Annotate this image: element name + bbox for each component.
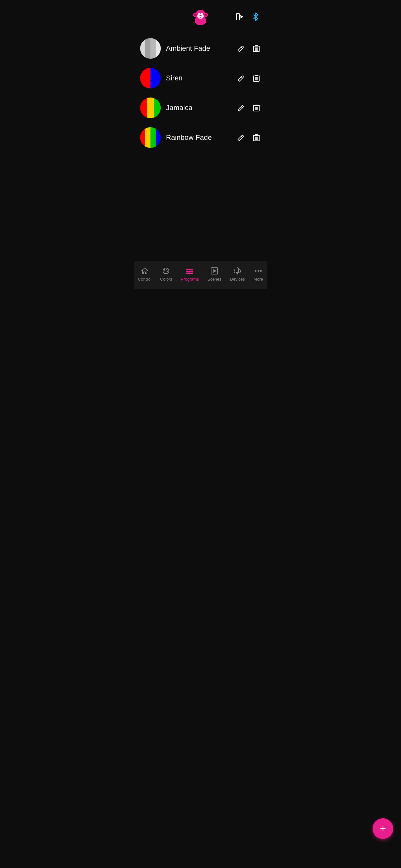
more-icon [254, 267, 263, 275]
svg-point-35 [164, 269, 165, 271]
login-button[interactable] [234, 11, 245, 23]
delete-icon [253, 45, 259, 52]
svg-rect-39 [186, 271, 193, 272]
nav-item-more[interactable]: More [251, 265, 266, 283]
palette-icon [161, 267, 171, 275]
rainbow-fade-edit-button[interactable] [236, 133, 245, 143]
siren-label: Siren [166, 74, 230, 82]
list-item: Jamaica [134, 93, 267, 123]
nav-label-colors: Colors [160, 277, 173, 282]
svg-point-48 [260, 270, 261, 272]
siren-color-circle [140, 68, 161, 89]
header-icons [234, 11, 261, 23]
ambient-fade-actions [236, 43, 261, 53]
list-item: Ambient Fade [134, 34, 267, 63]
bluetooth-button[interactable] [251, 11, 261, 23]
nav-label-more: More [253, 277, 263, 282]
siren-edit-button[interactable] [236, 73, 245, 83]
nav-label-control: Control [138, 277, 151, 282]
svg-point-5 [204, 13, 207, 16]
bottom-nav: Control Colors Programs [134, 261, 267, 289]
svg-point-10 [202, 13, 203, 14]
list-item: Rainbow Fade [134, 123, 267, 152]
edit-icon [237, 45, 244, 52]
svg-point-37 [167, 271, 168, 272]
svg-point-9 [198, 13, 199, 14]
jamaica-label: Jamaica [166, 104, 230, 112]
edit-icon [237, 74, 244, 82]
rainbow-fade-label: Rainbow Fade [166, 133, 230, 142]
login-icon [235, 12, 244, 21]
siren-delete-button[interactable] [252, 73, 261, 83]
svg-marker-42 [213, 269, 216, 273]
nav-item-programs[interactable]: Programs [178, 265, 202, 283]
scenes-icon [210, 267, 219, 275]
svg-rect-43 [236, 268, 239, 273]
edit-icon [237, 104, 244, 112]
delete-icon [253, 74, 259, 82]
nav-label-devices: Devices [230, 277, 245, 282]
svg-point-36 [166, 269, 167, 270]
ambient-fade-delete-button[interactable] [252, 43, 261, 53]
list-item: Siren [134, 63, 267, 93]
delete-icon [253, 134, 259, 141]
ambient-fade-color-circle [140, 38, 161, 59]
nav-item-devices[interactable]: Devices [227, 265, 247, 283]
header [134, 0, 267, 30]
delete-icon [253, 104, 259, 112]
nav-item-colors[interactable]: Colors [158, 265, 175, 283]
svg-point-4 [194, 13, 197, 16]
bluetooth-icon [252, 12, 259, 21]
jamaica-color-circle [140, 97, 161, 118]
ambient-fade-label: Ambient Fade [166, 44, 230, 53]
rainbow-fade-color-circle [140, 127, 161, 148]
jamaica-delete-button[interactable] [252, 103, 261, 113]
rainbow-fade-delete-button[interactable] [252, 133, 261, 143]
programs-list: Ambient Fade [134, 30, 267, 261]
svg-point-46 [255, 270, 256, 272]
devices-icon [233, 267, 242, 275]
ambient-fade-edit-button[interactable] [236, 43, 245, 53]
nav-item-scenes[interactable]: Scenes [205, 265, 224, 283]
svg-point-11 [199, 15, 202, 16]
rainbow-fade-actions [236, 133, 261, 143]
programs-icon [185, 267, 194, 275]
svg-rect-38 [186, 269, 193, 270]
monkey-logo [190, 6, 211, 27]
siren-actions [236, 73, 261, 83]
home-icon [140, 267, 149, 275]
svg-point-47 [257, 270, 259, 272]
nav-item-control[interactable]: Control [135, 265, 154, 283]
nav-label-scenes: Scenes [208, 277, 221, 282]
jamaica-actions [236, 103, 261, 113]
svg-rect-40 [186, 273, 193, 274]
edit-icon [237, 134, 244, 141]
jamaica-edit-button[interactable] [236, 103, 245, 113]
nav-label-programs: Programs [181, 277, 199, 282]
